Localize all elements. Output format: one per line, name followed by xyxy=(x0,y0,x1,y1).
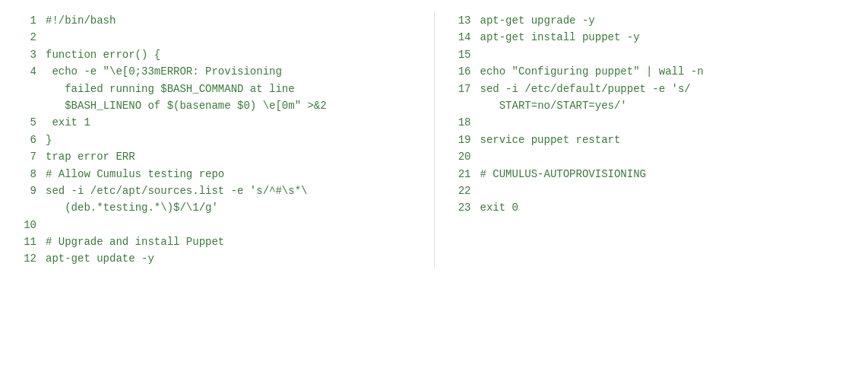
code-line-4: 4 echo -e "\e[0;33mERROR: Provisioning f… xyxy=(15,63,419,114)
line-content-5: exit 1 xyxy=(46,114,419,131)
code-line-5: 5 exit 1 xyxy=(15,114,419,131)
line-num-9: 9 xyxy=(15,183,36,199)
line-content-7: trap error ERR xyxy=(46,148,419,165)
code-line-1: 1 #!/bin/bash xyxy=(15,12,419,29)
code-line-10: 10 xyxy=(15,217,419,233)
code-line-6: 6 } xyxy=(15,132,419,148)
line-num-2: 2 xyxy=(15,29,36,46)
code-line-22: 22 xyxy=(450,183,854,199)
line-num-18: 18 xyxy=(450,114,471,131)
line-content-11: # Upgrade and install Puppet xyxy=(46,233,419,250)
code-line-14: 14 apt-get install puppet -y xyxy=(450,29,854,46)
line-num-20: 20 xyxy=(450,148,471,165)
line-content-6: } xyxy=(46,132,419,148)
line-content-1: #!/bin/bash xyxy=(46,12,419,29)
line-content-9: sed -i /etc/apt/sources.list -e 's/^#\s*… xyxy=(46,183,419,217)
code-line-8: 8 # Allow Cumulus testing repo xyxy=(15,166,419,183)
line-content-14: apt-get install puppet -y xyxy=(480,29,854,46)
code-line-19: 19 service puppet restart xyxy=(450,132,854,148)
code-line-11: 11 # Upgrade and install Puppet xyxy=(15,233,419,250)
line-content-3: function error() { xyxy=(46,46,419,63)
line-num-22: 22 xyxy=(450,183,471,199)
line-num-4: 4 xyxy=(15,63,36,80)
line-num-11: 11 xyxy=(15,233,36,250)
left-column: 1 #!/bin/bash 2 3 function error() { 4 e… xyxy=(0,12,435,268)
line-num-17: 17 xyxy=(450,81,471,97)
line-num-1: 1 xyxy=(15,12,36,29)
line-content-8: # Allow Cumulus testing repo xyxy=(46,166,419,183)
line-num-19: 19 xyxy=(450,132,471,148)
line-num-5: 5 xyxy=(15,114,36,131)
line-num-21: 21 xyxy=(450,166,471,183)
right-column: 13 apt-get upgrade -y 14 apt-get install… xyxy=(435,12,869,268)
line-num-15: 15 xyxy=(450,46,471,63)
code-line-15: 15 xyxy=(450,46,854,63)
line-num-14: 14 xyxy=(450,29,471,46)
code-line-3: 3 function error() { xyxy=(15,46,419,63)
code-line-21: 21 # CUMULUS-AUTOPROVISIONING xyxy=(450,166,854,183)
line-num-16: 16 xyxy=(450,63,471,80)
code-line-9: 9 sed -i /etc/apt/sources.list -e 's/^#\… xyxy=(15,183,419,217)
line-content-4: echo -e "\e[0;33mERROR: Provisioning fai… xyxy=(46,63,419,114)
line-num-13: 13 xyxy=(450,12,471,29)
line-num-6: 6 xyxy=(15,132,36,148)
line-num-23: 23 xyxy=(450,199,471,216)
line-num-10: 10 xyxy=(15,217,36,233)
line-num-8: 8 xyxy=(15,166,36,183)
code-line-16: 16 echo "Configuring puppet" | wall -n xyxy=(450,63,854,80)
line-num-12: 12 xyxy=(15,250,36,267)
line-num-7: 7 xyxy=(15,148,36,165)
code-line-18: 18 xyxy=(450,114,854,131)
code-viewer: 1 #!/bin/bash 2 3 function error() { 4 e… xyxy=(0,0,868,280)
code-line-17: 17 sed -i /etc/default/puppet -e 's/ STA… xyxy=(450,81,854,115)
code-line-13: 13 apt-get upgrade -y xyxy=(450,12,854,29)
line-content-16: echo "Configuring puppet" | wall -n xyxy=(480,63,854,80)
line-content-19: service puppet restart xyxy=(480,132,854,148)
line-content-23: exit 0 xyxy=(480,199,854,216)
line-content-12: apt-get update -y xyxy=(46,250,419,267)
code-line-12: 12 apt-get update -y xyxy=(15,250,419,267)
code-line-2: 2 xyxy=(15,29,419,46)
code-line-7: 7 trap error ERR xyxy=(15,148,419,165)
line-content-17: sed -i /etc/default/puppet -e 's/ START=… xyxy=(480,81,854,115)
line-content-21: # CUMULUS-AUTOPROVISIONING xyxy=(480,166,854,183)
line-num-3: 3 xyxy=(15,46,36,63)
line-content-13: apt-get upgrade -y xyxy=(480,12,854,29)
code-line-20: 20 xyxy=(450,148,854,165)
code-line-23: 23 exit 0 xyxy=(450,199,854,216)
